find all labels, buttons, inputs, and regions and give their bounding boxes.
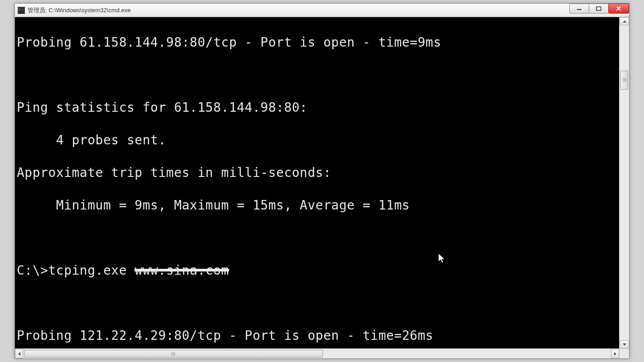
- hscroll-track[interactable]: [23, 349, 611, 358]
- vscroll-track[interactable]: [620, 25, 629, 340]
- arrow-up-icon: [623, 20, 626, 23]
- close-icon: [616, 6, 621, 11]
- output-line: Ping statistics for 61.158.144.98:80:: [17, 100, 627, 116]
- vscroll-thumb[interactable]: [620, 71, 628, 90]
- horizontal-scrollbar[interactable]: [15, 348, 619, 358]
- scroll-corner: [619, 348, 629, 358]
- close-button[interactable]: [608, 4, 629, 14]
- output-line: 4 probes sent.: [17, 132, 627, 148]
- prompt-text: C:\>tcping.exe: [17, 263, 135, 278]
- maximize-button[interactable]: [589, 4, 609, 14]
- hscroll-thumb[interactable]: [24, 350, 323, 357]
- arrow-right-icon: [614, 352, 616, 356]
- arrow-left-icon: [18, 352, 20, 356]
- scroll-left-button[interactable]: [15, 349, 23, 358]
- output-line: Minimum = 9ms, Maximum = 15ms, Average =…: [17, 197, 627, 214]
- output-line: [17, 230, 627, 246]
- window-title: 管理员: C:\Windows\system32\cmd.exe: [28, 6, 131, 14]
- terminal-area[interactable]: Probing 61.158.144.98:80/tcp - Port is o…: [15, 17, 629, 358]
- output-line: Probing 121.22.4.29:80/tcp - Port is ope…: [17, 328, 627, 344]
- output-line: [17, 67, 627, 83]
- vertical-scrollbar[interactable]: [619, 17, 629, 348]
- command-line: C:\>tcping.exe www.sina.com: [17, 262, 627, 279]
- svg-rect-0: [577, 9, 582, 10]
- output-line: [17, 295, 627, 311]
- scroll-right-button[interactable]: [611, 349, 619, 358]
- scroll-down-button[interactable]: [620, 340, 629, 348]
- arrow-down-icon: [623, 343, 626, 346]
- output-line: Approximate trip times in milli-seconds:: [17, 165, 627, 181]
- svg-rect-1: [596, 7, 601, 10]
- titlebar[interactable]: 管理员: C:\Windows\system32\cmd.exe: [15, 4, 629, 17]
- output-line: Probing 61.158.144.98:80/tcp - Port is o…: [17, 34, 627, 51]
- redacted-hostname: www.sina.com: [135, 262, 229, 279]
- scroll-up-button[interactable]: [620, 17, 629, 25]
- window-controls: [570, 4, 629, 14]
- cmd-window: 管理员: C:\Windows\system32\cmd.exe Probing…: [14, 3, 630, 359]
- maximize-icon: [596, 6, 601, 11]
- cmd-icon: [18, 7, 25, 14]
- minimize-button[interactable]: [569, 4, 589, 14]
- minimize-icon: [577, 6, 582, 11]
- terminal-content[interactable]: Probing 61.158.144.98:80/tcp - Port is o…: [15, 17, 629, 358]
- terminal-text: Probing 61.158.144.98:80/tcp - Port is o…: [15, 17, 629, 358]
